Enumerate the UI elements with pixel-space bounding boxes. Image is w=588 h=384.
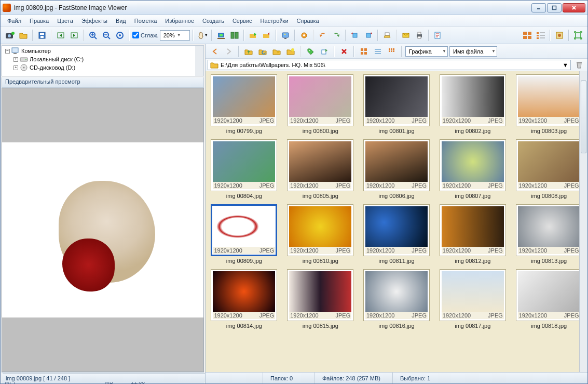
refresh-folder-icon[interactable] bbox=[256, 45, 269, 58]
thumbnail-image bbox=[518, 76, 580, 117]
thumbnail[interactable]: 1920x1200JPEGimg 00801.jpg bbox=[361, 74, 432, 134]
jpeg-comment-icon[interactable] bbox=[432, 29, 444, 42]
svg-rect-63 bbox=[364, 52, 367, 55]
undo-icon[interactable] bbox=[317, 29, 329, 42]
thumbnails-area[interactable]: 1920x1200JPEGimg 00799.jpg1920x1200JPEGi… bbox=[206, 71, 587, 372]
menu-вид[interactable]: Вид bbox=[112, 17, 130, 25]
thumbnail[interactable]: 1920x1200JPEGimg 00804.jpg bbox=[209, 139, 280, 199]
thumbnail[interactable]: 1920x1200JPEGimg 00806.jpg bbox=[361, 139, 432, 199]
delete-icon[interactable] bbox=[338, 45, 350, 58]
rotate-left-icon[interactable] bbox=[349, 29, 361, 42]
path-input[interactable]: E:\Для работы\Wallpapers. HQ. Mix 506\ ▼ bbox=[208, 60, 571, 70]
scan-icon[interactable] bbox=[381, 29, 393, 42]
folder-tree[interactable]: − Компьютер + Локальный диск (C:) + CD-д… bbox=[2, 45, 204, 76]
thumbnail[interactable]: 1920x1200JPEGimg 00811.jpg bbox=[361, 204, 432, 264]
compare-icon[interactable] bbox=[228, 29, 241, 42]
svg-rect-72 bbox=[393, 50, 394, 52]
fullscreen-icon[interactable] bbox=[572, 29, 584, 42]
thumbnail[interactable]: 1920x1200JPEGimg 00803.jpg bbox=[513, 74, 584, 134]
email-icon[interactable] bbox=[400, 29, 412, 42]
list-view-icon[interactable] bbox=[535, 29, 547, 42]
copy-to-icon[interactable] bbox=[247, 29, 259, 42]
thumbnail[interactable]: 1920x1200JPEGimg 00818.jpg bbox=[513, 269, 584, 329]
zoom-out-icon[interactable] bbox=[100, 29, 113, 42]
print-icon[interactable] bbox=[413, 29, 426, 42]
thumbnail[interactable]: 1920x1200JPEGimg 00812.jpg bbox=[437, 204, 508, 264]
menu-правка[interactable]: Правка bbox=[26, 17, 52, 25]
thumbs-scrollbar[interactable] bbox=[579, 71, 587, 372]
details-view-icon[interactable] bbox=[372, 45, 384, 58]
zoom-in-icon[interactable] bbox=[87, 29, 99, 42]
rotate-right-icon[interactable] bbox=[362, 29, 375, 42]
tag-icon[interactable] bbox=[304, 45, 317, 58]
chevron-down-icon[interactable]: ▼ bbox=[563, 62, 568, 68]
collapse-icon[interactable]: − bbox=[5, 49, 10, 54]
acquire-icon[interactable] bbox=[4, 29, 16, 42]
menu-эффекты[interactable]: Эффекты bbox=[78, 17, 111, 25]
wallpaper-icon[interactable] bbox=[279, 29, 292, 42]
favorite-folder-icon[interactable] bbox=[270, 45, 283, 58]
trash-icon[interactable] bbox=[573, 59, 585, 71]
menu-избранное[interactable]: Избранное bbox=[161, 17, 198, 25]
thumbnail[interactable]: 1920x1200JPEGimg 00808.jpg bbox=[513, 139, 584, 199]
svg-rect-73 bbox=[577, 62, 582, 63]
thumbnail[interactable]: 1920x1200JPEGimg 00809.jpg bbox=[209, 204, 280, 264]
sort-combo[interactable]: Имя файла▼ bbox=[449, 46, 497, 57]
menu-пометка[interactable]: Пометка bbox=[131, 17, 161, 25]
export-icon[interactable] bbox=[318, 45, 331, 58]
hand-tool-icon[interactable]: ▼ bbox=[196, 29, 209, 42]
thumbnail-view-icon[interactable] bbox=[521, 29, 534, 42]
open-folder-icon[interactable] bbox=[17, 29, 30, 42]
tree-node-computer[interactable]: − Компьютер bbox=[3, 47, 202, 55]
tree-node-drive-d[interactable]: + CD-дисковод (D:) bbox=[3, 63, 202, 72]
prev-image-icon[interactable] bbox=[54, 29, 67, 42]
settings-gear-icon[interactable] bbox=[298, 29, 310, 42]
expand-icon[interactable]: + bbox=[13, 65, 18, 70]
svg-rect-61 bbox=[364, 48, 367, 51]
smoothing-checkbox[interactable]: Сглаж. bbox=[132, 32, 159, 38]
thumbnail[interactable]: 1920x1200JPEGimg 00807.jpg bbox=[437, 139, 508, 199]
tree-node-drive-c[interactable]: + Локальный диск (C:) bbox=[3, 55, 202, 63]
preview-area[interactable] bbox=[2, 88, 204, 372]
new-folder-icon[interactable] bbox=[284, 45, 297, 58]
thumbnail[interactable]: 1920x1200JPEGimg 00810.jpg bbox=[285, 204, 356, 264]
menu-сервис[interactable]: Сервис bbox=[229, 17, 256, 25]
actual-size-icon[interactable] bbox=[114, 29, 126, 42]
small-thumbs-icon[interactable] bbox=[386, 45, 398, 58]
thumbnail[interactable]: 1920x1200JPEGimg 00817.jpg bbox=[437, 269, 508, 329]
filter-combo[interactable]: Графика▼ bbox=[405, 46, 448, 57]
svg-point-58 bbox=[309, 50, 310, 51]
thumbnail[interactable]: 1920x1200JPEGimg 00800.jpg bbox=[285, 74, 356, 134]
thumbnail[interactable]: 1920x1200JPEGimg 00815.jpg bbox=[285, 269, 356, 329]
next-image-icon[interactable] bbox=[68, 29, 80, 42]
thumbnail[interactable]: 1920x1200JPEGimg 00813.jpg bbox=[513, 204, 584, 264]
titlebar[interactable]: img 00809.jpg - FastStone Image Viewer bbox=[1, 1, 587, 15]
large-thumbs-icon[interactable] bbox=[358, 45, 370, 58]
thumbnail[interactable]: 1920x1200JPEGimg 00805.jpg bbox=[285, 139, 356, 199]
thumbnail[interactable]: 1920x1200JPEGimg 00799.jpg bbox=[209, 74, 280, 134]
move-to-icon[interactable] bbox=[261, 29, 273, 42]
thumbnail[interactable]: 1920x1200JPEGimg 00816.jpg bbox=[361, 269, 432, 329]
forward-icon[interactable] bbox=[223, 45, 235, 58]
single-view-icon[interactable] bbox=[553, 29, 566, 42]
minimize-button[interactable] bbox=[531, 3, 546, 12]
menu-файл[interactable]: Файл bbox=[4, 17, 25, 25]
save-icon[interactable] bbox=[36, 29, 48, 42]
slideshow-icon[interactable] bbox=[215, 29, 227, 42]
svg-rect-6 bbox=[40, 33, 44, 35]
bottom-status-text: img 00809.jpg [ 41 / 248 ] bbox=[6, 375, 70, 381]
expand-icon[interactable]: + bbox=[13, 57, 18, 62]
back-icon[interactable] bbox=[209, 45, 221, 58]
menu-цвета[interactable]: Цвета bbox=[53, 17, 77, 25]
zoom-combo[interactable]: 20%▼ bbox=[160, 30, 190, 41]
redo-icon[interactable] bbox=[330, 29, 343, 42]
menu-создать[interactable]: Создать bbox=[199, 17, 228, 25]
maximize-button[interactable] bbox=[547, 3, 562, 12]
close-button[interactable] bbox=[563, 3, 585, 12]
menu-настройки[interactable]: Настройки bbox=[257, 17, 292, 25]
tree-scrollbar[interactable] bbox=[195, 46, 203, 76]
thumbnail[interactable]: 1920x1200JPEGimg 00814.jpg bbox=[209, 269, 280, 329]
menu-справка[interactable]: Справка bbox=[293, 17, 323, 25]
up-folder-icon[interactable] bbox=[242, 45, 255, 58]
thumbnail[interactable]: 1920x1200JPEGimg 00802.jpg bbox=[437, 74, 508, 134]
